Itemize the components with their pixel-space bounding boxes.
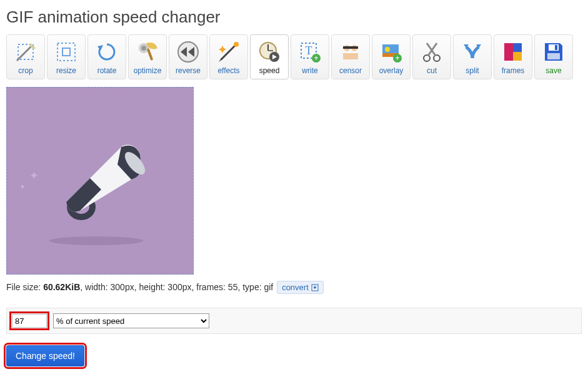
tool-label: optimize: [134, 66, 162, 75]
svg-rect-2: [57, 43, 75, 61]
shadow: [49, 236, 143, 245]
tool-effects[interactable]: effects: [209, 34, 248, 79]
effects-icon: [216, 39, 242, 65]
svg-rect-7: [147, 48, 154, 61]
tool-label: save: [546, 66, 561, 75]
svg-point-28: [385, 47, 390, 52]
svg-rect-25: [351, 46, 358, 49]
tool-rotate[interactable]: rotate: [87, 34, 126, 79]
resize-icon: [53, 39, 79, 65]
svg-rect-40: [555, 45, 557, 50]
convert-label: convert: [282, 283, 309, 292]
tool-label: censor: [339, 66, 362, 75]
svg-rect-37: [513, 43, 522, 52]
tool-frames[interactable]: frames: [494, 34, 532, 79]
tool-censor[interactable]: censor: [331, 34, 370, 79]
svg-text:T: T: [306, 44, 312, 57]
fileinfo-size: 60.62KiB: [43, 282, 80, 292]
tool-split[interactable]: split: [453, 34, 492, 79]
sparkle-icon: ✦: [19, 183, 26, 191]
svg-point-6: [141, 46, 146, 51]
tool-label: write: [302, 66, 317, 75]
overlay-icon: +: [378, 39, 404, 65]
tool-reverse[interactable]: reverse: [169, 34, 207, 79]
svg-text:+: +: [395, 54, 399, 63]
svg-rect-3: [62, 48, 70, 56]
tool-cut[interactable]: cut: [412, 34, 451, 79]
svg-rect-26: [343, 53, 358, 59]
speed-icon: [256, 39, 282, 65]
change-speed-button[interactable]: Change speed!: [6, 345, 84, 366]
svg-marker-4: [97, 45, 103, 51]
tool-save[interactable]: save: [534, 34, 573, 79]
svg-rect-36: [504, 43, 513, 61]
tool-optimize[interactable]: optimize: [128, 34, 167, 79]
reverse-icon: [175, 39, 201, 65]
tool-label: crop: [18, 66, 32, 75]
svg-point-12: [234, 42, 239, 47]
svg-point-33: [434, 55, 440, 61]
svg-rect-23: [343, 46, 351, 49]
crop-icon: [12, 39, 39, 65]
frames-icon: [500, 39, 526, 65]
split-icon: [459, 39, 486, 65]
svg-rect-38: [513, 52, 522, 61]
save-icon: [541, 39, 567, 65]
megaphone-icon: [47, 127, 160, 227]
cut-icon: [419, 39, 445, 65]
tool-label: cut: [427, 66, 437, 75]
tool-label: reverse: [176, 66, 201, 75]
page-title: GIF animation speed changer: [6, 8, 582, 27]
speed-unit-select[interactable]: % of current speed: [53, 313, 209, 328]
tool-label: effects: [217, 66, 239, 75]
tool-label: resize: [56, 66, 76, 75]
tool-resize[interactable]: resize: [47, 34, 86, 79]
tool-overlay[interactable]: + overlay: [372, 34, 411, 79]
svg-text:+: +: [314, 54, 318, 63]
tool-label: rotate: [97, 66, 117, 75]
svg-point-32: [424, 55, 430, 61]
tool-label: speed: [259, 66, 280, 75]
tool-crop[interactable]: crop: [6, 34, 45, 79]
tool-label: overlay: [379, 66, 404, 75]
rotate-icon: [94, 39, 120, 65]
toolbar: crop resize rotate optimize reverse effe…: [6, 34, 582, 79]
optimize-icon: [134, 39, 161, 65]
tool-label: frames: [502, 66, 525, 75]
fileinfo-prefix: File size:: [6, 282, 43, 292]
svg-rect-41: [547, 53, 560, 59]
gif-preview: ✦ ✦: [6, 87, 194, 275]
speed-input[interactable]: [12, 314, 47, 328]
tool-label: split: [466, 66, 479, 75]
download-icon: [311, 284, 319, 291]
tool-write[interactable]: T+ write: [291, 34, 329, 79]
censor-icon: [337, 39, 364, 65]
tool-speed[interactable]: speed: [250, 34, 289, 79]
speed-form: % of current speed: [6, 308, 582, 334]
sparkle-icon: ✦: [29, 169, 39, 183]
fileinfo-rest: , width: 300px, height: 300px, frames: 5…: [80, 282, 273, 292]
write-icon: T+: [297, 39, 323, 65]
convert-button[interactable]: convert: [277, 281, 324, 294]
file-info: File size: 60.62KiB, width: 300px, heigh…: [6, 281, 582, 294]
